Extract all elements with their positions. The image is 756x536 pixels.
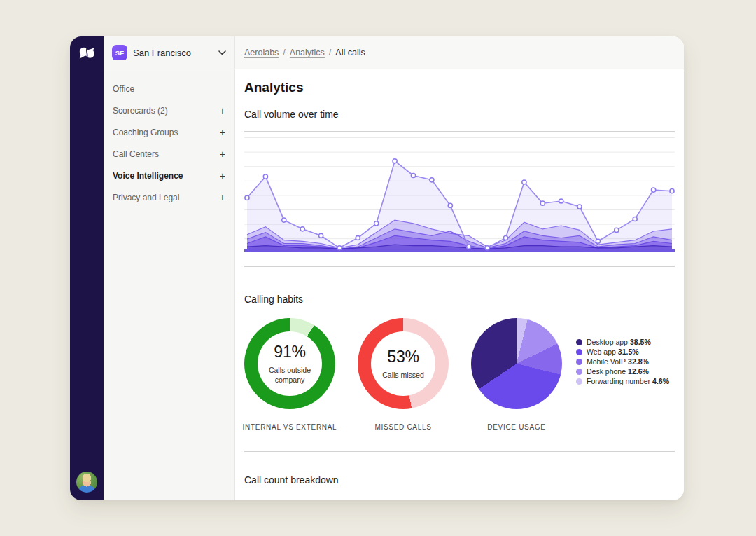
dialpad-logo-icon[interactable] <box>78 46 96 61</box>
divider <box>244 451 675 452</box>
sidebar-item-call-centers[interactable]: Call Centers + <box>104 143 234 165</box>
chart-caption-internal-external: INTERNAL VS EXTERNAL <box>243 422 337 432</box>
pie-chart-device-usage <box>471 318 562 409</box>
section-heading-call-volume: Call volume over time <box>244 108 675 121</box>
main-panel: Aerolabs / Analytics / All calls Analyti… <box>235 36 684 500</box>
expand-plus-icon[interactable]: + <box>220 149 225 159</box>
breadcrumb-separator: / <box>283 48 285 57</box>
legend-dot-icon <box>576 349 582 355</box>
legend-dot-icon <box>576 339 582 345</box>
donut-chart-internal-external: 91% Calls outside company <box>244 318 335 409</box>
donut-value: 53% <box>387 348 419 366</box>
breadcrumb-aerolabs[interactable]: Aerolabs <box>244 48 279 57</box>
sidebar-item-voice-intelligence[interactable]: Voice Intelligence + <box>104 165 234 186</box>
divider <box>244 131 675 132</box>
legend-item-forwarding-number: Forwarding number4.6% <box>576 378 669 385</box>
legend-dot-icon <box>576 378 582 385</box>
legend-dot-icon <box>576 369 582 375</box>
breadcrumb-separator: / <box>329 48 331 57</box>
expand-plus-icon[interactable]: + <box>220 193 225 202</box>
call-volume-chart <box>244 137 675 253</box>
legend-item-desk-phone: Desk phone12.6% <box>576 368 669 376</box>
workspace-selector[interactable]: SF San Francisco <box>104 36 234 69</box>
device-usage-legend: Desktop app38.5% Web app31.5% Mobile VoI… <box>576 338 669 385</box>
breadcrumb-analytics[interactable]: Analytics <box>290 48 325 57</box>
breadcrumb-all-calls: All calls <box>335 48 365 57</box>
legend-dot-icon <box>576 359 582 365</box>
section-heading-call-count: Call count breakdown <box>244 474 675 486</box>
breadcrumb-bar: Aerolabs / Analytics / All calls <box>235 36 684 69</box>
analytics-content: Analytics Call volume over time Calling … <box>235 69 684 500</box>
workspace-badge: SF <box>112 45 127 60</box>
workspace-name: San Francisco <box>133 48 213 58</box>
legend-item-web-app: Web app31.5% <box>576 348 669 356</box>
donut-value: 91% <box>274 343 305 362</box>
expand-plus-icon[interactable]: + <box>220 171 225 181</box>
sidebar-item-scorecards[interactable]: Scorecards (2) + <box>104 99 234 121</box>
expand-plus-icon[interactable]: + <box>220 128 225 137</box>
user-avatar[interactable] <box>76 472 97 493</box>
device-usage-pie: DEVICE USAGE <box>471 318 562 432</box>
page-title: Analytics <box>244 79 675 95</box>
sidebar-item-coaching-groups[interactable]: Coaching Groups + <box>104 121 234 143</box>
sidebar-item-office[interactable]: Office <box>104 78 234 99</box>
internal-external-donut: 91% Calls outside company INTERNAL VS EX… <box>244 318 335 432</box>
sidebar-nav: Office Scorecards (2) + Coaching Groups … <box>104 69 234 208</box>
expand-plus-icon[interactable]: + <box>220 106 225 116</box>
nav-rail <box>70 36 104 500</box>
chart-caption-device-usage: DEVICE USAGE <box>487 422 545 432</box>
sidebar: SF San Francisco Office Scorecards (2) +… <box>104 36 235 500</box>
legend-item-desktop-app: Desktop app38.5% <box>576 338 669 346</box>
section-heading-calling-habits: Calling habits <box>244 293 675 305</box>
donut-label: Calls missed <box>374 370 433 380</box>
legend-item-mobile-voip: Mobile VoIP32.8% <box>576 358 669 366</box>
chart-caption-missed-calls: MISSED CALLS <box>374 422 431 432</box>
chevron-down-icon <box>218 50 226 55</box>
divider <box>244 266 675 267</box>
app-window: SF San Francisco Office Scorecards (2) +… <box>70 36 684 500</box>
sidebar-item-privacy-legal[interactable]: Privacy and Legal + <box>104 186 234 208</box>
missed-calls-donut: 53% Calls missed MISSED CALLS <box>358 318 449 432</box>
donut-label: Calls outside company <box>260 365 319 385</box>
calling-habits-charts: 91% Calls outside company INTERNAL VS EX… <box>244 318 675 432</box>
donut-chart-missed-calls: 53% Calls missed <box>358 318 449 409</box>
